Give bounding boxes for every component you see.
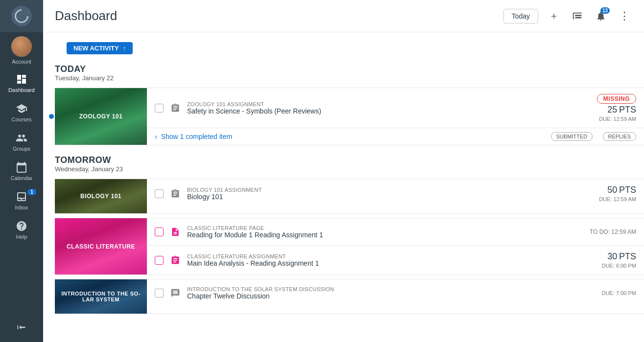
add-icon: ＋ [549, 9, 559, 23]
today-button[interactable]: Today [503, 9, 538, 23]
courses-label: Courses [12, 116, 32, 122]
item-details: CLASSIC LITERATURE PAGE Reading for Modu… [187, 225, 584, 239]
sidebar-bottom [0, 318, 43, 342]
item-title[interactable]: Main Idea Analysis - Reading Assignment … [187, 259, 596, 267]
tomorrow-date: Wednesday, January 23 [55, 165, 632, 173]
header: Dashboard Today ＋ 13 ⋮ [43, 0, 644, 32]
chevron-right-icon: › [155, 133, 157, 140]
item-title[interactable]: Biology 101 [187, 193, 593, 201]
courses-icon [16, 103, 27, 114]
main-content: Dashboard Today ＋ 13 ⋮ NEW ACTIVITY ↑ [43, 0, 644, 342]
item-checkbox[interactable] [155, 104, 164, 113]
item-category: CLASSIC LITERATURE PAGE [187, 225, 584, 231]
dashboard-label: Dashboard [8, 87, 35, 93]
sidebar-item-groups[interactable]: Groups [0, 127, 43, 157]
zoology-thumbnail[interactable]: ZOOLOGY 101 [55, 88, 147, 145]
sidebar-item-inbox[interactable]: 1 Inbox [0, 186, 43, 215]
zoology-items: ZOOLOGY 101 ASSIGNMENT Safety in Science… [147, 88, 644, 145]
submitted-badge: SUBMITTED [551, 132, 593, 141]
inbox-label: Inbox [15, 205, 28, 210]
tomorrow-title: TOMORROW [55, 155, 632, 165]
pts-text: PTS [619, 105, 636, 114]
item-checkbox[interactable] [155, 189, 164, 198]
card-view-button[interactable] [570, 8, 585, 24]
page-icon [169, 226, 181, 238]
calendar-label: Calendar [11, 175, 33, 181]
new-activity-arrow: ↑ [123, 45, 126, 52]
sidebar: Account Dashboard Courses Groups Calenda… [0, 0, 43, 342]
dashboard-content: NEW ACTIVITY ↑ TODAY Tuesday, January 22… [43, 32, 644, 342]
item-title[interactable]: Chapter Twelve Discussion [187, 292, 596, 300]
list-item: ZOOLOGY 101 ASSIGNMENT Safety in Science… [147, 88, 644, 128]
account-nav-item[interactable]: Account [0, 32, 43, 68]
to-do-label: TO DO: 12:59 AM [590, 228, 636, 235]
item-right: 50 PTS DUE: 12:59 AM [599, 185, 636, 202]
avatar [11, 36, 32, 57]
notifications-badge: 13 [600, 7, 610, 14]
list-item: INTRODUCTION TO THE SOLAR SYSTEM DISCUSS… [147, 279, 644, 307]
collapse-sidebar-button[interactable] [0, 318, 43, 337]
pts-value: 25 [607, 105, 617, 114]
item-right: 30 PTS DUE: 6:00 PM [602, 251, 636, 269]
more-icon: ⋮ [619, 11, 630, 22]
assignment-icon [169, 254, 181, 266]
notifications-button[interactable]: 13 [593, 8, 609, 24]
today-section-header: TODAY Tuesday, January 22 [43, 60, 644, 84]
item-category: BIOLOGY 101 ASSIGNMENT [187, 187, 593, 193]
item-details: BIOLOGY 101 ASSIGNMENT Biology 101 [187, 187, 593, 201]
biology-items: BIOLOGY 101 ASSIGNMENT Biology 101 50 PT… [147, 179, 644, 213]
biology-thumbnail[interactable]: BIOLOGY 101 [55, 179, 147, 213]
new-activity-label: NEW ACTIVITY [73, 45, 119, 52]
due-label: DUE: 12:59 AM [599, 116, 636, 122]
header-actions: Today ＋ 13 ⋮ [503, 8, 632, 24]
item-checkbox[interactable] [155, 256, 164, 265]
sidebar-logo[interactable] [0, 0, 43, 32]
solar-thumbnail[interactable]: INTRODUCTION TO THE SO- LAR SYSTEM [55, 279, 147, 314]
add-button[interactable]: ＋ [546, 8, 562, 24]
calendar-icon [16, 161, 27, 173]
item-checkbox[interactable] [155, 228, 164, 236]
item-title[interactable]: Reading for Module 1 Reading Assignment … [187, 231, 584, 239]
classic-course-block: CLASSIC LITERATURE CLASSIC LITERATURE PA… [55, 218, 644, 275]
sidebar-item-help[interactable]: Help [0, 215, 43, 245]
card-view-icon [572, 11, 583, 22]
new-activity-dot [49, 114, 54, 119]
sidebar-item-calendar[interactable]: Calendar [0, 157, 43, 186]
solar-items: INTRODUCTION TO THE SOLAR SYSTEM DISCUSS… [147, 279, 644, 314]
page-title: Dashboard [55, 8, 503, 23]
pts-label: 50 PTS [607, 185, 636, 195]
pts-label: 25 PTS [607, 105, 636, 115]
help-label: Help [16, 234, 27, 240]
inbox-badge: 1 [27, 189, 36, 195]
account-label: Account [12, 59, 31, 65]
item-right: TO DO: 12:59 AM [590, 228, 636, 235]
groups-icon [16, 132, 27, 144]
due-label: DUE: 7:00 PM [602, 290, 636, 296]
biology-course-label: BIOLOGY 101 [76, 193, 125, 200]
sidebar-item-dashboard[interactable]: Dashboard [0, 68, 43, 98]
pts-label: 30 PTS [607, 251, 636, 262]
item-category: INTRODUCTION TO THE SOLAR SYSTEM DISCUSS… [187, 286, 596, 292]
list-item: CLASSIC LITERATURE PAGE Reading for Modu… [147, 218, 644, 246]
zoology-course-block: ZOOLOGY 101 ZOOLOGY 101 ASSIGNMENT Safet… [55, 88, 644, 145]
sidebar-item-courses[interactable]: Courses [0, 98, 43, 127]
missing-badge: MISSING [597, 94, 636, 104]
item-category: ZOOLOGY 101 ASSIGNMENT [187, 101, 591, 107]
assignment-icon [169, 102, 181, 114]
show-completed-button[interactable]: › Show 1 completed item SUBMITTED REPLIE… [147, 128, 644, 145]
item-right: DUE: 7:00 PM [602, 290, 636, 296]
classic-items: CLASSIC LITERATURE PAGE Reading for Modu… [147, 218, 644, 274]
item-right: MISSING 25 PTS DUE: 12:59 AM [597, 94, 636, 122]
groups-label: Groups [13, 146, 30, 152]
due-label: DUE: 6:00 PM [602, 263, 636, 269]
new-activity-button[interactable]: NEW ACTIVITY ↑ [67, 42, 133, 54]
tomorrow-section-header: TOMORROW Wednesday, January 23 [43, 151, 644, 175]
help-icon [16, 220, 27, 232]
item-category: CLASSIC LITERATURE ASSIGNMENT [187, 253, 596, 259]
due-label: DUE: 12:59 AM [599, 196, 636, 202]
classic-thumbnail[interactable]: CLASSIC LITERATURE [55, 218, 147, 274]
item-checkbox[interactable] [155, 289, 164, 297]
today-title: TODAY [55, 64, 632, 74]
item-title[interactable]: Safety in Science - Symbols (Peer Review… [187, 107, 591, 115]
more-options-button[interactable]: ⋮ [617, 8, 632, 24]
